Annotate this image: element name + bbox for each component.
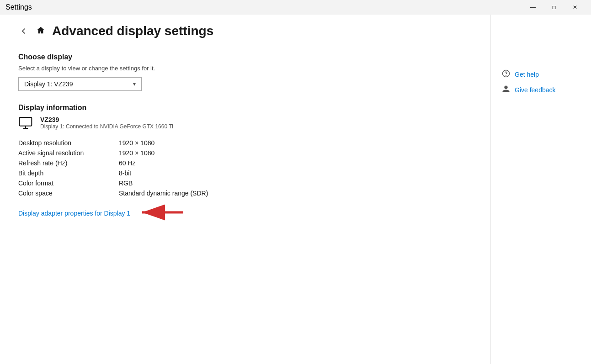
info-row-label: Desktop resolution	[18, 139, 110, 147]
help-icon	[502, 69, 510, 79]
info-row-label: Color space	[18, 190, 110, 197]
choose-display-section: Choose display Select a display to view …	[18, 53, 472, 91]
page-title: Advanced display settings	[52, 24, 213, 38]
give-feedback-label: Give feedback	[515, 86, 556, 94]
monitor-sub: Display 1: Connected to NVIDIA GeForce G…	[40, 123, 173, 130]
info-row-label: Bit depth	[18, 169, 110, 177]
page-header: Advanced display settings	[18, 24, 472, 38]
content-area: Advanced display settings Choose display…	[0, 15, 591, 364]
info-row-value: 60 Hz	[119, 159, 472, 167]
info-row-value: 8-bit	[119, 169, 472, 177]
close-button[interactable]: ✕	[564, 0, 586, 15]
title-bar-left: Settings	[5, 3, 32, 11]
info-row-label: Refresh rate (Hz)	[18, 159, 110, 167]
info-row-value: 1920 × 1080	[119, 139, 472, 147]
give-feedback-link[interactable]: Give feedback	[502, 85, 580, 95]
svg-rect-0	[20, 117, 32, 126]
title-bar: Settings — □ ✕	[0, 0, 591, 15]
back-button[interactable]	[18, 26, 29, 37]
red-arrow-annotation	[138, 204, 188, 222]
adapter-link-container: Display adapter properties for Display 1	[18, 204, 472, 222]
main-content: Advanced display settings Choose display…	[0, 15, 490, 364]
get-help-link[interactable]: Get help	[502, 69, 580, 79]
svg-point-5	[506, 75, 506, 75]
feedback-icon	[502, 85, 510, 95]
display-dropdown[interactable]: Display 1: VZ239 ▾	[18, 77, 142, 91]
display-info-table: Desktop resolution1920 × 1080Active sign…	[18, 139, 472, 197]
home-icon[interactable]	[37, 26, 45, 37]
right-sidebar: Get help Give feedback	[490, 15, 591, 364]
minimize-button[interactable]: —	[522, 0, 543, 15]
display-info-title: Display information	[18, 104, 472, 112]
dropdown-value: Display 1: VZ239	[24, 80, 73, 88]
title-bar-controls: — □ ✕	[522, 0, 586, 15]
display-adapter-link[interactable]: Display adapter properties for Display 1	[18, 210, 130, 217]
choose-display-title: Choose display	[18, 53, 472, 61]
maximize-button[interactable]: □	[543, 0, 564, 15]
choose-display-subtitle: Select a display to view or change the s…	[18, 65, 472, 72]
info-row-value: Standard dynamic range (SDR)	[119, 190, 472, 197]
monitor-icon	[18, 116, 33, 130]
chevron-down-icon: ▾	[133, 81, 136, 87]
info-row-label: Color format	[18, 179, 110, 187]
info-row-value: 1920 × 1080	[119, 149, 472, 157]
display-info-header: VZ239 Display 1: Connected to NVIDIA GeF…	[18, 116, 472, 130]
title-bar-title: Settings	[5, 3, 32, 11]
get-help-label: Get help	[515, 71, 539, 78]
info-row-label: Active signal resolution	[18, 149, 110, 157]
monitor-name: VZ239	[40, 116, 173, 123]
monitor-details: VZ239 Display 1: Connected to NVIDIA GeF…	[40, 116, 173, 130]
display-info-section: Display information VZ239 Display 1: Con…	[18, 104, 472, 222]
info-row-value: RGB	[119, 179, 472, 187]
